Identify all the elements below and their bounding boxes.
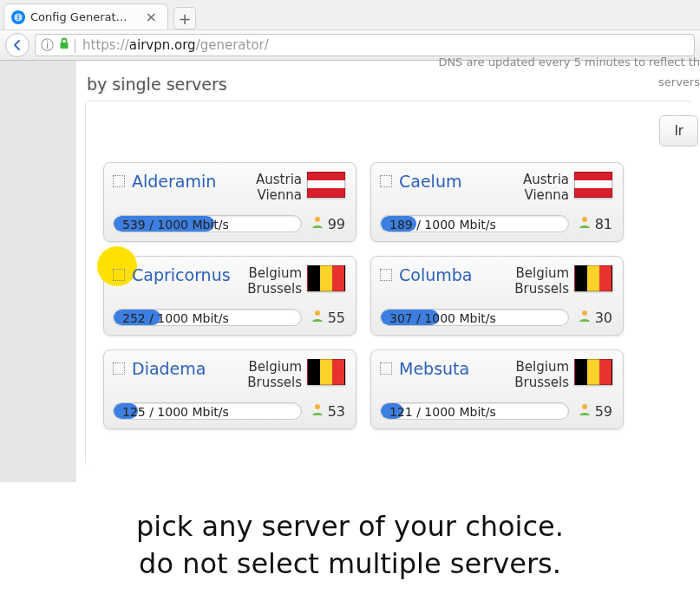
browser-tab[interactable]: Config Generat… × [3,3,168,29]
users-count: 59 [578,402,612,420]
server-card: DiademaBelgiumBrussels125 / 1000 Mbit/s5… [103,349,357,429]
svg-point-3 [582,217,587,222]
server-card: MebsutaBelgiumBrussels121 / 1000 Mbit/s5… [370,349,624,429]
server-card: CapricornusBelgiumBrussels252 / 1000 Mbi… [103,256,357,336]
server-card: CaelumAustriaVienna189 / 1000 Mbit/s81 [370,162,624,242]
new-tab-button[interactable]: + [173,7,196,29]
url-bar[interactable]: ⓘ | https://airvpn.org/generator/ [35,34,695,56]
left-gutter [0,61,76,482]
flag-icon [574,265,612,291]
server-location: BelgiumBrussels [514,359,569,390]
bandwidth-text: 189 / 1000 Mbit/s [389,216,496,232]
server-name-link[interactable]: Mebsuta [399,359,469,378]
person-icon [311,215,324,232]
servers-grid: AlderaminAustriaVienna539 / 1000 Mbit/s9… [103,162,683,429]
bandwidth-text: 307 / 1000 Mbit/s [389,310,496,326]
bandwidth-text: 539 / 1000 Mbit/s [122,216,229,232]
server-checkbox[interactable] [113,175,125,187]
users-count: 55 [311,309,345,326]
users-count: 81 [578,215,612,232]
invert-button[interactable]: Ir [659,115,698,147]
server-location: BelgiumBrussels [247,359,302,390]
server-checkbox[interactable] [380,269,392,281]
globe-icon [11,10,25,24]
server-checkbox[interactable] [380,175,392,187]
close-icon[interactable]: × [142,9,160,25]
svg-point-2 [315,217,320,222]
users-count: 99 [311,215,345,232]
flag-icon [307,265,345,291]
bandwidth-text: 121 / 1000 Mbit/s [389,403,496,420]
server-location: BelgiumBrussels [514,265,569,297]
person-icon [311,309,324,326]
bandwidth-text: 252 / 1000 Mbit/s [122,310,229,326]
info-icon[interactable]: ⓘ [41,37,54,54]
server-location: AustriaVienna [256,172,302,203]
flag-icon [574,359,612,385]
server-name-link[interactable]: Alderamin [132,172,216,191]
svg-point-4 [315,310,320,316]
svg-point-5 [582,310,587,316]
server-checkbox[interactable] [113,362,125,375]
bandwidth-text: 125 / 1000 Mbit/s [122,403,229,420]
server-name-link[interactable]: Columba [399,265,472,284]
users-count: 53 [311,402,345,420]
url-text: https://airvpn.org/generator/ [82,37,269,53]
svg-rect-1 [61,42,69,49]
bandwidth-bar: 125 / 1000 Mbit/s [113,402,302,420]
server-name-link[interactable]: Caelum [399,172,461,191]
svg-point-6 [315,404,320,409]
users-count: 30 [578,309,612,326]
url-sep: | [73,37,77,53]
person-icon [311,402,324,420]
annotation-text: pick any server of your choice. do not s… [0,508,700,583]
lock-icon [59,37,69,53]
person-icon [578,215,592,232]
banner-remnant: DNS are updated every 5 minutes to refle… [438,55,700,88]
svg-point-7 [582,404,587,409]
flag-icon [307,359,345,385]
server-checkbox[interactable] [380,362,392,375]
person-icon [578,309,592,326]
flag-icon [574,172,612,198]
server-checkbox[interactable] [113,269,125,281]
back-button[interactable] [5,33,29,57]
servers-panel: Ir AlderaminAustriaVienna539 / 1000 Mbit… [85,101,691,465]
server-name-link[interactable]: Diadema [132,359,206,378]
server-location: BelgiumBrussels [247,265,302,297]
tab-title: Config Generat… [30,10,142,23]
server-card: AlderaminAustriaVienna539 / 1000 Mbit/s9… [103,162,357,242]
bandwidth-bar: 189 / 1000 Mbit/s [380,215,569,232]
bandwidth-bar: 307 / 1000 Mbit/s [380,309,569,326]
server-location: AustriaVienna [523,172,569,203]
flag-icon [307,172,345,198]
server-card: ColumbaBelgiumBrussels307 / 1000 Mbit/s3… [370,256,624,336]
bandwidth-bar: 252 / 1000 Mbit/s [113,309,302,326]
server-name-link[interactable]: Capricornus [132,265,231,284]
bandwidth-bar: 539 / 1000 Mbit/s [113,215,302,232]
bandwidth-bar: 121 / 1000 Mbit/s [380,402,569,420]
tab-strip: Config Generat… × + [0,0,700,29]
person-icon [578,402,592,420]
